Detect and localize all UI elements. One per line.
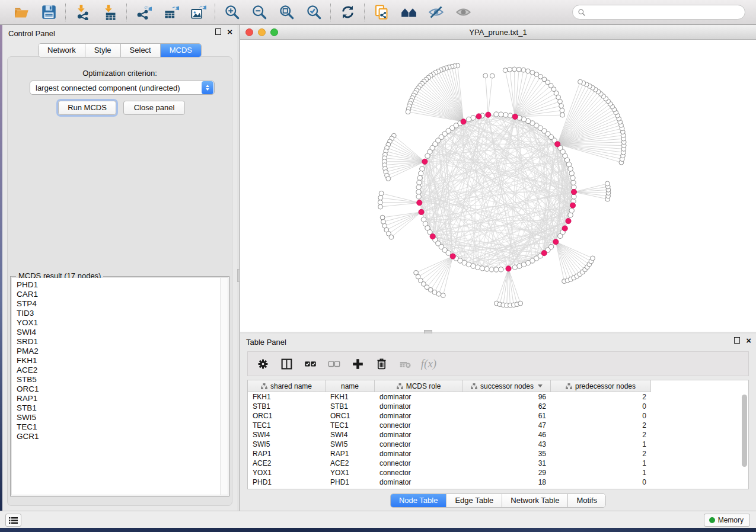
float-panel-icon[interactable] <box>215 28 221 35</box>
cell[interactable]: 46 <box>463 430 551 440</box>
close-panel-button[interactable]: Close panel <box>123 101 185 115</box>
table-row[interactable]: PHD1PHD1dominator180 <box>248 477 748 487</box>
result-item[interactable]: YOX1 <box>12 318 228 328</box>
close-window-icon[interactable] <box>245 28 253 36</box>
save-session-icon[interactable] <box>39 3 58 22</box>
result-item[interactable]: FKH1 <box>12 356 228 366</box>
result-item[interactable]: STB5 <box>12 375 228 384</box>
mcds-result-list[interactable]: PHD1CAR1STP4TID3YOX1SWI4SRD1PMA2FKH1ACE2… <box>12 278 228 495</box>
cell[interactable]: connector <box>375 468 463 477</box>
cell[interactable]: 43 <box>463 440 551 449</box>
cell[interactable]: 0 <box>551 411 651 421</box>
tab-node-table[interactable]: Node Table <box>391 494 447 507</box>
cell[interactable]: 96 <box>463 392 551 402</box>
column-header-MCDS-role[interactable]: MCDS role <box>375 380 463 392</box>
cell[interactable]: connector <box>375 421 463 430</box>
cell[interactable]: connector <box>375 459 463 468</box>
cell[interactable]: 47 <box>463 421 551 430</box>
network-titlebar[interactable]: YPA_prune.txt_1 <box>240 25 756 40</box>
network-canvas[interactable] <box>240 40 756 332</box>
zoom-in-icon[interactable] <box>222 3 241 22</box>
cell[interactable]: 2 <box>551 449 651 459</box>
result-item[interactable]: TID3 <box>12 309 228 318</box>
table-row[interactable]: FKH1FKH1dominator962 <box>248 392 748 402</box>
cell[interactable]: ORC1 <box>326 411 375 421</box>
table-scrollbar-thumb[interactable] <box>742 395 747 467</box>
cell[interactable]: 1 <box>551 468 651 477</box>
result-item[interactable]: TEC1 <box>12 422 228 432</box>
task-history-button[interactable] <box>5 514 21 527</box>
show-columns-icon[interactable] <box>277 355 295 373</box>
deselect-all-icon[interactable] <box>325 355 343 373</box>
tab-style[interactable]: Style <box>85 44 121 57</box>
result-item[interactable]: PMA2 <box>12 347 228 356</box>
tab-motifs[interactable]: Motifs <box>568 494 605 507</box>
close-panel-icon[interactable]: × <box>746 337 751 344</box>
cell[interactable]: 29 <box>463 468 551 477</box>
tab-select[interactable]: Select <box>121 44 161 57</box>
cell[interactable]: ACE2 <box>326 459 375 468</box>
export-network-icon[interactable] <box>134 3 153 22</box>
cell[interactable]: dominator <box>375 392 463 402</box>
result-item[interactable]: ACE2 <box>12 366 228 375</box>
criterion-dropdown[interactable]: largest connected component (undirected) <box>30 81 215 95</box>
cell[interactable]: STB1 <box>326 402 375 411</box>
cell[interactable]: TEC1 <box>248 421 326 430</box>
cell[interactable]: dominator <box>375 402 463 411</box>
result-item[interactable]: STB1 <box>12 403 228 413</box>
column-header-predecessor-nodes[interactable]: predecessor nodes <box>551 380 651 392</box>
cell[interactable]: SWI5 <box>248 440 326 449</box>
select-all-icon[interactable] <box>301 355 319 373</box>
cell[interactable]: YOX1 <box>326 468 375 477</box>
cell[interactable]: SWI4 <box>326 430 375 440</box>
cell[interactable]: connector <box>375 440 463 449</box>
cell[interactable]: dominator <box>375 449 463 459</box>
search-input[interactable] <box>586 7 745 18</box>
minimize-window-icon[interactable] <box>258 28 266 36</box>
cell[interactable]: dominator <box>375 411 463 421</box>
result-scrollbar[interactable] <box>220 278 228 495</box>
table-row[interactable]: RAP1RAP1dominator352 <box>248 449 748 459</box>
delete-column-icon[interactable] <box>372 355 390 373</box>
table-row[interactable]: SWI5SWI5connector431 <box>248 440 748 449</box>
cell[interactable]: 1 <box>551 440 651 449</box>
clone-network-icon[interactable] <box>372 3 391 22</box>
cell[interactable]: SWI4 <box>248 430 326 440</box>
result-item[interactable]: SWI4 <box>12 328 228 337</box>
result-item[interactable]: SWI5 <box>12 413 228 422</box>
zoom-out-icon[interactable] <box>250 3 269 22</box>
settings-gear-icon[interactable] <box>254 355 272 373</box>
tab-network[interactable]: Network <box>39 44 85 57</box>
table-row[interactable]: ACE2ACE2connector311 <box>248 459 748 468</box>
table-row[interactable]: SWI4SWI4dominator462 <box>248 430 748 440</box>
first-neighbors-icon[interactable] <box>399 3 418 22</box>
cell[interactable]: 18 <box>463 477 551 487</box>
cell[interactable]: 61 <box>463 411 551 421</box>
result-item[interactable]: PHD1 <box>12 280 228 290</box>
add-column-icon[interactable] <box>349 355 366 373</box>
table-row[interactable]: ORC1ORC1dominator610 <box>248 411 748 421</box>
cell[interactable]: YOX1 <box>248 468 326 477</box>
tab-mcds[interactable]: MCDS <box>161 44 201 57</box>
import-table-icon[interactable] <box>100 3 119 22</box>
column-header-successor-nodes[interactable]: successor nodes <box>463 380 551 392</box>
open-file-icon[interactable] <box>12 3 31 22</box>
cell[interactable]: RAP1 <box>326 449 375 459</box>
result-item[interactable]: SRD1 <box>12 337 228 347</box>
show-all-icon[interactable] <box>454 3 473 22</box>
cell[interactable]: FKH1 <box>248 392 326 402</box>
search-box[interactable] <box>572 5 745 20</box>
zoom-fit-icon[interactable] <box>277 3 296 22</box>
cell[interactable]: 0 <box>551 477 651 487</box>
memory-button[interactable]: Memory <box>704 514 750 527</box>
cell[interactable]: 2 <box>551 421 651 430</box>
result-item[interactable]: RAP1 <box>12 394 228 403</box>
cell[interactable]: TEC1 <box>326 421 375 430</box>
table-row[interactable]: YOX1YOX1connector291 <box>248 468 748 477</box>
cell[interactable]: SWI5 <box>326 440 375 449</box>
cell[interactable]: 35 <box>463 449 551 459</box>
table-row[interactable]: TEC1TEC1connector472 <box>248 421 748 430</box>
hide-selected-icon[interactable] <box>426 3 445 22</box>
cell[interactable]: STB1 <box>248 402 326 411</box>
cell[interactable]: 0 <box>551 402 651 411</box>
